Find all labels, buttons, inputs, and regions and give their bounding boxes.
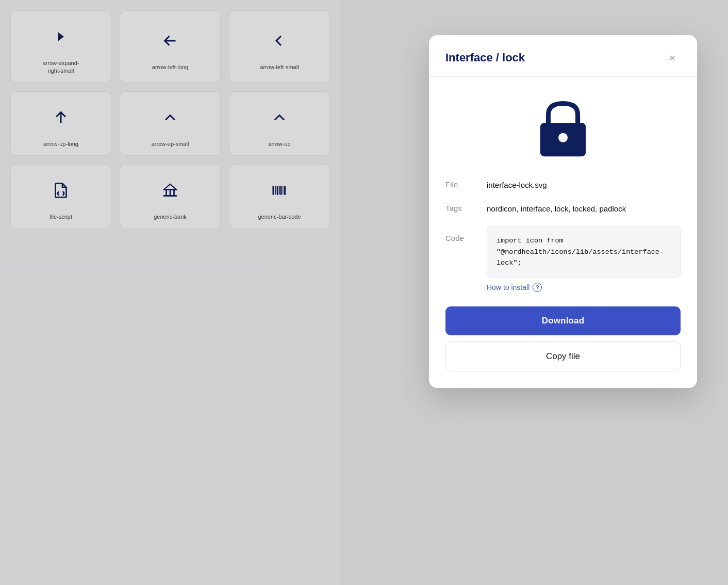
copy-file-button[interactable]: Copy file xyxy=(445,342,681,371)
panel-title: Interface / lock xyxy=(445,51,525,64)
code-row: Code import icon from"@nordhealth/icons/… xyxy=(445,226,681,292)
detail-panel: Interface / lock × File interface-lock.s… xyxy=(429,35,697,388)
file-value: interface-lock.svg xyxy=(487,179,547,191)
download-button[interactable]: Download xyxy=(445,306,681,335)
code-block[interactable]: import icon from"@nordhealth/icons/lib/a… xyxy=(487,226,681,278)
how-to-install-link[interactable]: How to install ? xyxy=(487,283,681,292)
how-to-install-label: How to install xyxy=(487,283,530,291)
panel-body: File interface-lock.svg Tags nordicon, i… xyxy=(429,77,697,388)
icon-preview xyxy=(445,93,681,160)
svg-point-17 xyxy=(558,133,568,142)
code-content-wrap: import icon from"@nordhealth/icons/lib/a… xyxy=(487,226,681,292)
close-button[interactable]: × xyxy=(664,50,681,66)
code-label: Code xyxy=(445,226,487,242)
file-label: File xyxy=(445,179,487,189)
panel-actions: Download Copy file xyxy=(445,306,681,371)
help-circle-icon: ? xyxy=(533,283,542,292)
lock-icon xyxy=(530,93,597,160)
tags-label: Tags xyxy=(445,203,487,213)
file-row: File interface-lock.svg xyxy=(445,179,681,191)
panel-header: Interface / lock × xyxy=(429,35,697,77)
tags-row: Tags nordicon, interface, lock, locked, … xyxy=(445,203,681,215)
tags-value: nordicon, interface, lock, locked, padlo… xyxy=(487,203,626,215)
